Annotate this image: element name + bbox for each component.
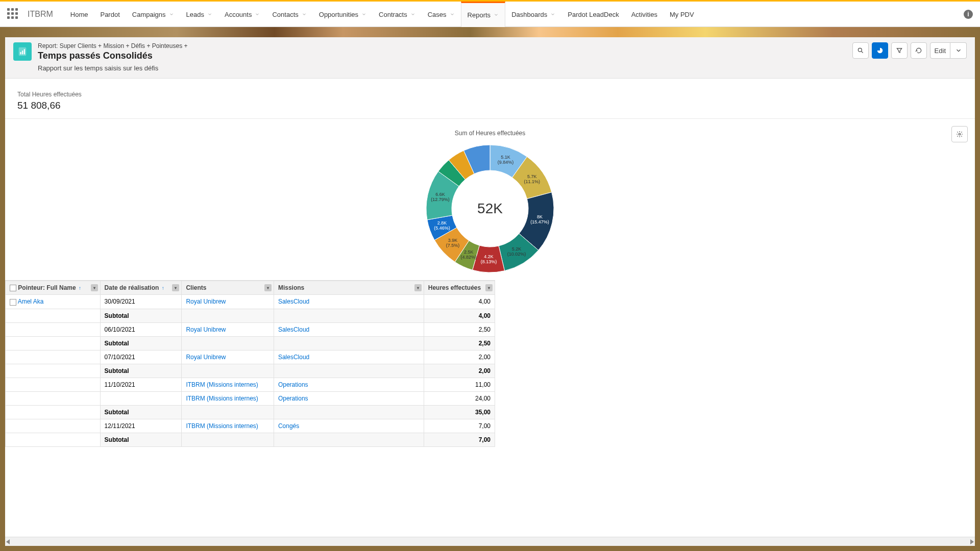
nav-item-pardot-leaddeck[interactable]: Pardot LeadDeck bbox=[561, 2, 625, 27]
search-button[interactable] bbox=[852, 42, 869, 59]
nav-item-label: Pardot bbox=[100, 11, 119, 18]
nav-item-contacts[interactable]: Contacts bbox=[266, 2, 312, 27]
nav-item-reports[interactable]: Reports bbox=[461, 2, 506, 27]
nav-item-cases[interactable]: Cases bbox=[422, 2, 461, 27]
mission-link[interactable]: SalesCloud bbox=[278, 298, 309, 305]
client-link[interactable]: ITBRM (Missions internes) bbox=[186, 395, 258, 402]
mission-cell: SalesCloud bbox=[274, 295, 424, 309]
edit-dropdown-button[interactable] bbox=[950, 42, 967, 59]
cell bbox=[6, 433, 101, 446]
report-table: Pointeur: Full Name ↑▾Date de réalisatio… bbox=[5, 280, 495, 447]
nav-item-contracts[interactable]: Contracts bbox=[373, 2, 422, 27]
hours-cell: 2,00 bbox=[424, 350, 495, 364]
filter-dropdown-icon[interactable]: ▾ bbox=[414, 284, 422, 291]
app-launcher-icon[interactable] bbox=[7, 8, 19, 20]
filter-dropdown-icon[interactable]: ▾ bbox=[172, 284, 179, 291]
horizontal-scrollbar[interactable] bbox=[5, 537, 975, 546]
hours-cell: 4,00 bbox=[424, 295, 495, 309]
sort-asc-icon: ↑ bbox=[79, 285, 81, 291]
mission-link[interactable]: Operations bbox=[278, 395, 308, 402]
chevron-down-icon bbox=[169, 11, 174, 18]
slice-label: 6.6K(12.79%) bbox=[430, 192, 451, 203]
slice-label: 2.8K(5.46%) bbox=[432, 221, 452, 231]
chevron-down-icon bbox=[550, 11, 555, 18]
cell bbox=[182, 433, 274, 446]
column-header[interactable]: Clients▾ bbox=[182, 281, 274, 295]
subtotal-row: Subtotal4,00 bbox=[6, 309, 495, 322]
select-all-checkbox[interactable] bbox=[10, 285, 16, 291]
pointeur-link[interactable]: Amel Aka bbox=[18, 298, 44, 305]
subtotal-hours: 4,00 bbox=[424, 309, 495, 322]
client-cell: ITBRM (Missions internes) bbox=[182, 391, 274, 405]
nav-item-campaigns[interactable]: Campaigns bbox=[126, 2, 180, 27]
refresh-button[interactable] bbox=[911, 42, 927, 59]
filter-dropdown-icon[interactable]: ▾ bbox=[264, 284, 272, 291]
cell bbox=[182, 405, 274, 419]
mission-cell: SalesCloud bbox=[274, 350, 424, 364]
chevron-down-icon bbox=[302, 11, 307, 18]
page-subtitle: Rapport sur les temps saisis sur les déf… bbox=[38, 64, 187, 72]
pointeur-cell bbox=[6, 322, 101, 336]
row-checkbox[interactable] bbox=[10, 299, 16, 306]
mission-link[interactable]: SalesCloud bbox=[278, 354, 309, 361]
client-link[interactable]: ITBRM (Missions internes) bbox=[186, 422, 258, 430]
column-label: Pointeur: Full Name bbox=[18, 284, 76, 291]
subtotal-hours: 2,50 bbox=[424, 336, 495, 350]
filter-dropdown-icon[interactable]: ▾ bbox=[91, 284, 98, 291]
table-row: 07/10/2021Royal UnibrewSalesCloud2,00 bbox=[6, 350, 495, 364]
column-header[interactable]: Heures effectuées▾ bbox=[424, 281, 495, 295]
chart-toggle-button[interactable] bbox=[872, 42, 888, 59]
pointeur-cell bbox=[6, 391, 101, 405]
nav-item-label: Contacts bbox=[272, 11, 298, 18]
pointeur-cell bbox=[6, 419, 101, 433]
client-link[interactable]: ITBRM (Missions internes) bbox=[186, 381, 258, 388]
nav-item-home[interactable]: Home bbox=[64, 2, 94, 27]
column-label: Clients bbox=[186, 284, 206, 291]
nav-item-dashboards[interactable]: Dashboards bbox=[505, 2, 561, 27]
chevron-down-icon bbox=[255, 11, 260, 18]
client-cell: ITBRM (Missions internes) bbox=[182, 378, 274, 391]
mission-link[interactable]: SalesCloud bbox=[278, 326, 309, 333]
svg-point-6 bbox=[959, 133, 961, 135]
client-link[interactable]: Royal Unibrew bbox=[186, 298, 226, 305]
subtotal-label: Subtotal bbox=[100, 336, 182, 350]
mission-link[interactable]: Congés bbox=[278, 422, 299, 430]
client-link[interactable]: Royal Unibrew bbox=[186, 354, 226, 361]
client-cell: Royal Unibrew bbox=[182, 295, 274, 309]
filter-dropdown-icon[interactable]: ▾ bbox=[485, 284, 493, 291]
nav-item-label: Activities bbox=[631, 11, 657, 18]
report-scroll-area[interactable]: Total Heures effectuées 51 808,66 Sum of… bbox=[5, 79, 975, 537]
nav-item-label: Leads bbox=[186, 11, 204, 18]
subtotal-hours: 7,00 bbox=[424, 433, 495, 446]
edit-button[interactable]: Edit bbox=[930, 42, 950, 59]
nav-item-activities[interactable]: Activities bbox=[625, 2, 664, 27]
nav-item-label: Campaigns bbox=[132, 11, 166, 18]
date-cell: 06/10/2021 bbox=[100, 322, 182, 336]
column-label: Heures effectuées bbox=[428, 284, 481, 291]
nav-item-pardot[interactable]: Pardot bbox=[94, 2, 126, 27]
decorative-banner bbox=[0, 27, 980, 37]
column-header[interactable]: Pointeur: Full Name ↑▾ bbox=[6, 281, 101, 295]
nav-item-my-pdv[interactable]: My PDV bbox=[664, 2, 700, 27]
chart-settings-button[interactable] bbox=[951, 126, 968, 142]
slice-label: 5.1K(9.84%) bbox=[495, 155, 516, 165]
column-header[interactable]: Date de réalisation ↑▾ bbox=[100, 281, 182, 295]
nav-item-leads[interactable]: Leads bbox=[180, 2, 218, 27]
subtotal-label: Subtotal bbox=[100, 364, 182, 378]
column-label: Missions bbox=[278, 284, 304, 291]
mission-link[interactable]: Operations bbox=[278, 381, 308, 388]
filter-button[interactable] bbox=[891, 42, 908, 59]
cell bbox=[274, 336, 424, 350]
nav-item-label: Reports bbox=[468, 11, 491, 19]
client-link[interactable]: Royal Unibrew bbox=[186, 326, 226, 333]
chevron-down-icon bbox=[207, 11, 212, 18]
cell bbox=[182, 364, 274, 378]
nav-item-accounts[interactable]: Accounts bbox=[218, 2, 266, 27]
nav-item-opportunities[interactable]: Opportunities bbox=[313, 2, 373, 27]
subtotal-row: Subtotal2,50 bbox=[6, 336, 495, 350]
info-icon[interactable]: i bbox=[964, 10, 973, 19]
svg-line-5 bbox=[861, 52, 863, 53]
column-header[interactable]: Missions▾ bbox=[274, 281, 424, 295]
cell bbox=[274, 309, 424, 322]
metric-label: Total Heures effectuées bbox=[17, 91, 975, 98]
